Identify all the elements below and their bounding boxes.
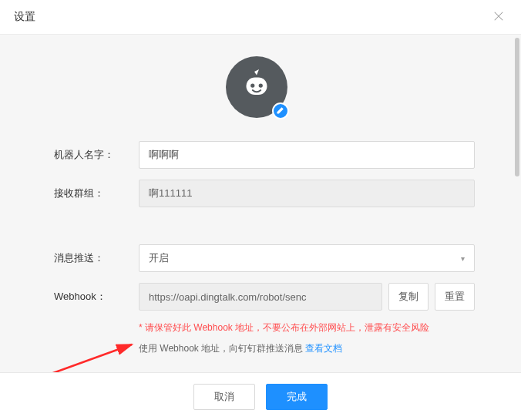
row-recv-group: 接收群组：	[54, 180, 475, 207]
view-docs-link[interactable]: 查看文档	[305, 343, 342, 354]
svg-point-1	[250, 83, 254, 87]
reset-button[interactable]: 重置	[435, 283, 475, 311]
scrollbar-thumb[interactable]	[515, 38, 519, 176]
recv-group-input	[139, 180, 475, 207]
svg-point-2	[259, 83, 263, 87]
scrollbar-track[interactable]	[515, 38, 519, 369]
robot-icon	[238, 67, 275, 107]
scroll-area: 机器人名字： 接收群组： 消息推送： 开启	[0, 35, 513, 372]
webhook-help: 使用 Webhook 地址，向钉钉群推送消息 查看文档	[139, 342, 475, 355]
push-select[interactable]: 开启 ▾	[139, 244, 475, 272]
row-webhook: Webhook： 复制 重置	[54, 283, 475, 311]
row-push: 消息推送： 开启 ▾	[54, 244, 475, 272]
webhook-input[interactable]	[139, 283, 382, 311]
webhook-label: Webhook：	[54, 290, 139, 304]
row-robot-name: 机器人名字：	[54, 141, 475, 169]
edit-avatar-button[interactable]	[272, 102, 289, 119]
robot-name-label: 机器人名字：	[54, 148, 139, 162]
help-text: 使用 Webhook 地址，向钉钉群推送消息	[139, 343, 305, 354]
dialog-footer: 取消 完成	[0, 372, 521, 420]
close-icon[interactable]	[490, 7, 507, 27]
settings-dialog: 设置	[0, 0, 521, 420]
dialog-body: 机器人名字： 接收群组： 消息推送： 开启	[0, 34, 521, 420]
dialog-title: 设置	[14, 10, 35, 24]
form: 机器人名字： 接收群组： 消息推送： 开启	[0, 141, 513, 355]
ok-button[interactable]: 完成	[266, 384, 328, 410]
webhook-warning: * 请保管好此 Webhook 地址，不要公布在外部网站上，泄露有安全风险	[139, 321, 475, 334]
recv-group-label: 接收群组：	[54, 186, 139, 200]
robot-name-input[interactable]	[139, 141, 475, 169]
push-label: 消息推送：	[54, 251, 139, 265]
push-select-value: 开启	[149, 251, 169, 265]
copy-button[interactable]: 复制	[388, 283, 429, 311]
chevron-down-icon: ▾	[461, 254, 465, 263]
pencil-icon	[276, 104, 285, 118]
robot-avatar[interactable]	[226, 56, 287, 118]
cancel-button[interactable]: 取消	[193, 384, 255, 410]
titlebar: 设置	[0, 0, 521, 34]
avatar-container	[0, 56, 513, 118]
